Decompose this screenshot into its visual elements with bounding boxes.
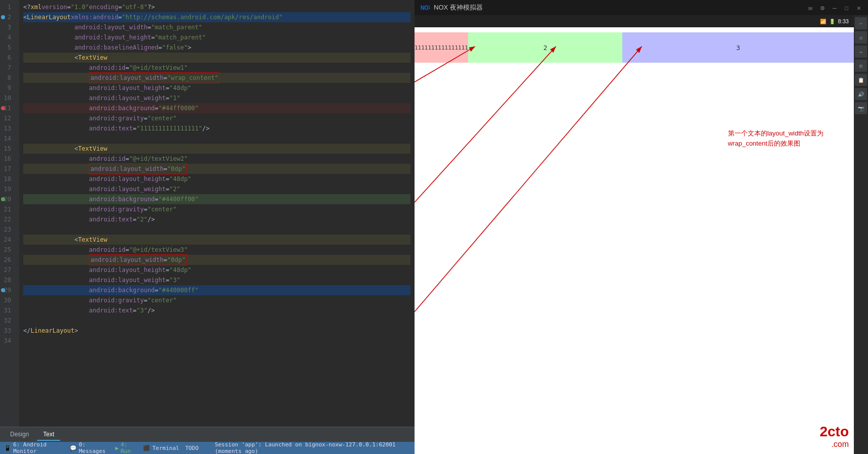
email-icon[interactable]: ✉ xyxy=(806,4,814,12)
line-num-28: 28 xyxy=(0,275,15,285)
line-num-33: 33 xyxy=(0,326,15,336)
minimize-icon[interactable]: — xyxy=(831,4,839,12)
code-line-31: android:text="3" /> xyxy=(23,305,410,315)
messages-icon: 💬 xyxy=(70,445,77,451)
line-num-5: 5 xyxy=(0,42,15,53)
messages-label: 0: Messages xyxy=(79,441,109,454)
sidebar-btn-5[interactable]: 📋 xyxy=(855,74,867,86)
textview1: 1111111111111111 xyxy=(415,32,468,63)
linear-layout-demo: 1111111111111111 2 3 xyxy=(415,32,854,63)
line-num-32: 32 xyxy=(0,315,15,326)
sidebar-btn-1[interactable]: ✂ xyxy=(855,17,867,29)
status-time: 8:33 xyxy=(838,18,849,24)
line-num-11: 11 xyxy=(0,103,15,113)
line-num-2: 2 xyxy=(0,12,15,22)
phone-content: 1111111111111111 2 3 第一个文本的layout_width设… xyxy=(415,27,854,454)
line-num-10: 10 xyxy=(0,93,15,103)
svg-line-3 xyxy=(415,47,556,202)
line-num-12: 12 xyxy=(0,113,15,123)
sidebar-btn-4[interactable]: ⊞ xyxy=(855,60,867,72)
line-num-34: 34 xyxy=(0,336,15,346)
sidebar-btn-2[interactable]: ◎ xyxy=(855,31,867,43)
messages-item[interactable]: 💬 0: Messages xyxy=(70,441,109,454)
emulator-body: 📶 🔋 8:33 1111111111111111 2 3 xyxy=(415,15,868,454)
line-num-31: 31 xyxy=(0,305,15,315)
line-num-21: 21 xyxy=(0,204,15,214)
emulator-panel: NOX NOX 夜神模拟器 ✉ ⚙ — ☐ ✕ 📶 🔋 8:33 xyxy=(415,0,868,454)
terminal-item[interactable]: ⬛ Terminal xyxy=(143,445,179,451)
watermark: 2cto .com xyxy=(819,424,849,449)
code-line-3: android:layout_width="match_parent" xyxy=(23,22,410,32)
session-status: Session 'app': Launched on bignox-noxw-1… xyxy=(215,441,410,454)
watermark-2cto: 2cto xyxy=(819,424,849,440)
line-num-9: 9 xyxy=(0,83,15,93)
line-num-4: 4 xyxy=(0,32,15,42)
line-num-20: 20 xyxy=(0,194,15,204)
line-num-19: 19 xyxy=(0,184,15,194)
line-num-23: 23 xyxy=(0,224,15,235)
line-num-8: 8 xyxy=(0,73,15,83)
code-line-22: android:text="2" /> xyxy=(23,214,410,224)
code-line-4: android:layout_height="match_parent" xyxy=(23,32,410,42)
restore-icon[interactable]: ☐ xyxy=(843,4,851,12)
line-num-26: 26 xyxy=(0,255,15,265)
code-line-33: </LinearLayout> xyxy=(23,326,410,336)
status-bar: 📱 6: Android Monitor 💬 0: Messages ▶ 4: … xyxy=(0,442,415,454)
code-line-13: android:text="1111111111111111" /> xyxy=(23,123,410,133)
code-content[interactable]: <?xml version="1.0" encoding="utf-8"?> <… xyxy=(19,0,415,427)
sidebar-right: ✂ ◎ ↔ ⊞ 📋 🔊 📷 xyxy=(854,15,868,454)
run-icon: ▶ xyxy=(115,445,119,451)
line-num-30: 30 xyxy=(0,295,15,305)
code-line-5: android:baselineAligned="false"> xyxy=(23,42,410,53)
title-icons: ✉ ⚙ — ☐ ✕ xyxy=(806,4,863,12)
sidebar-btn-6[interactable]: 🔊 xyxy=(855,88,867,100)
nox-icon: NOX xyxy=(420,4,430,11)
settings-icon[interactable]: ⚙ xyxy=(818,4,827,12)
svg-text:NOX: NOX xyxy=(421,5,430,11)
line-num-24: 24 xyxy=(0,235,15,245)
textview2: 2 xyxy=(468,32,622,63)
phone-statusbar: 📶 🔋 8:33 xyxy=(415,15,854,27)
android-monitor-icon: 📱 xyxy=(4,445,11,451)
close-icon[interactable]: ✕ xyxy=(855,4,863,12)
watermark-com: .com xyxy=(819,440,849,449)
annotation-text: 第一个文本的layout_width设置为 wrap_content后的效果图 xyxy=(728,128,824,148)
arrows-overlay xyxy=(415,27,854,454)
phone-screen: 📶 🔋 8:33 1111111111111111 2 3 xyxy=(415,15,854,454)
text-tab[interactable]: Text xyxy=(37,429,60,441)
svg-line-4 xyxy=(415,47,642,312)
textview3: 3 xyxy=(622,32,854,63)
sidebar-btn-3[interactable]: ↔ xyxy=(855,46,867,58)
code-line-34 xyxy=(23,336,410,346)
line-num-17: 17 xyxy=(0,164,15,174)
run-item[interactable]: ▶ 4: Run xyxy=(115,441,137,454)
line-num-29: 29 xyxy=(0,285,15,295)
line-num-1: 1 xyxy=(0,2,15,12)
code-line-1: <?xml version="1.0" encoding="utf-8"?> xyxy=(23,2,410,12)
line-num-25: 25 xyxy=(0,245,15,255)
todo-item[interactable]: TODO xyxy=(185,445,199,451)
terminal-icon: ⬛ xyxy=(143,445,150,451)
line-num-6: 6 xyxy=(0,53,15,63)
line-numbers: 1 2 3 4 5 6 7 8 9 10 11 12 13 14 15 16 1… xyxy=(0,0,19,427)
line-num-13: 13 xyxy=(0,123,15,133)
bottom-tabs: Design Text xyxy=(0,427,415,442)
emulator-titlebar: NOX NOX 夜神模拟器 ✉ ⚙ — ☐ ✕ xyxy=(415,0,868,15)
todo-label: TODO xyxy=(185,445,199,451)
emulator-title: NOX 夜神模拟器 xyxy=(434,3,483,12)
annotation-line1: 第一个文本的layout_width设置为 xyxy=(728,128,824,139)
line-num-3: 3 xyxy=(0,22,15,32)
wifi-icon: 📶 xyxy=(820,19,826,24)
sidebar-btn-7[interactable]: 📷 xyxy=(855,102,867,114)
design-tab[interactable]: Design xyxy=(4,429,35,441)
line-num-7: 7 xyxy=(0,63,15,73)
terminal-label: Terminal xyxy=(152,445,179,451)
code-line-2: <LinearLayout xmlns:android="http://sche… xyxy=(23,12,410,22)
line-num-27: 27 xyxy=(0,265,15,275)
code-editor: 1 2 3 4 5 6 7 8 9 10 11 12 13 14 15 16 1… xyxy=(0,0,415,454)
line-num-16: 16 xyxy=(0,154,15,164)
line-num-15: 15 xyxy=(0,144,15,154)
android-monitor-item[interactable]: 📱 6: Android Monitor xyxy=(4,441,64,454)
line-num-18: 18 xyxy=(0,174,15,184)
android-monitor-label: 6: Android Monitor xyxy=(13,441,64,454)
